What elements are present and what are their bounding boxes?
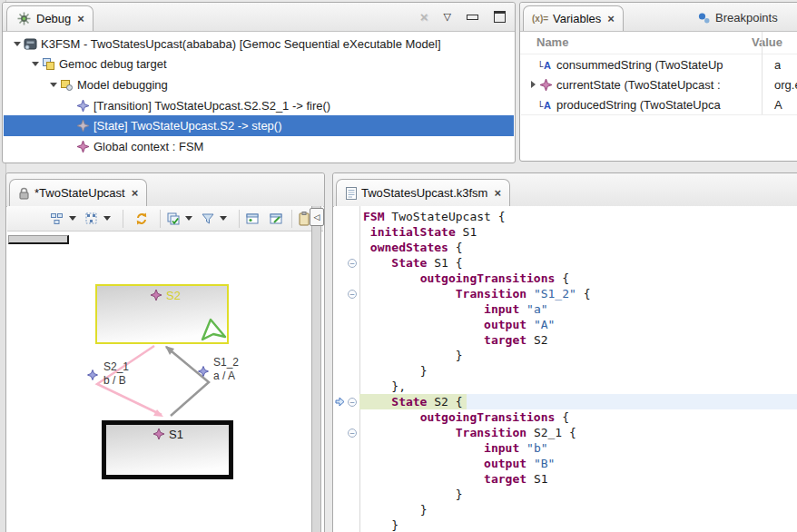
variable-row[interactable]: LAproducedString (TwoStateUpcaA [521,94,797,114]
tab-variables[interactable]: (x)= Variables × [523,5,624,31]
refresh-icon[interactable] [133,209,150,229]
annotation-ruler [334,379,345,394]
code-line: output "A" [334,317,797,332]
annotation-ruler [334,224,345,240]
code-text: input "a" [359,301,797,317]
debug-view-icon [15,9,32,29]
palette-collapse-button[interactable]: ◁ [310,208,324,226]
code-line: initialState S1 [334,224,797,240]
tab-debug[interactable]: Debug × [6,5,93,31]
layout-menu-icon[interactable] [69,216,76,221]
code-line: input "a" [334,301,797,317]
tab-breakpoints[interactable]: Breakpoints [689,5,786,30]
variables-column-header: Name Value [520,31,797,54]
code-text: Transition "S1_2" { [359,286,797,301]
transition-edge-s1-to-s2[interactable] [166,347,209,416]
variable-row[interactable]: LAconsummedString (TwoStateUpa [521,54,797,74]
annotation-ruler [334,348,345,363]
remove-all-terminated-icon[interactable]: × [420,9,428,25]
state-label-s2[interactable]: S2 [166,289,181,302]
diagram-canvas[interactable]: S2 S1 S2_1 b / B S1_2 a / A [7,232,314,532]
arrange-icon[interactable] [84,209,100,229]
fold-collapse-icon[interactable]: − [348,429,357,438]
filters-menu-icon[interactable] [220,216,227,221]
code-line: −State S1 { [334,255,797,271]
code-line: −State S2 { [334,394,797,409]
transition-event-s2-1[interactable]: b / B [103,374,126,387]
launch-config-icon [24,37,39,51]
debug-tree-row[interactable]: Model debugging [4,74,514,95]
fold-ruler: − [345,394,359,409]
column-value[interactable]: Value [745,35,782,49]
annotation-ruler [334,209,345,224]
annotation-ruler [334,332,345,348]
code-text: } [359,487,797,502]
debug-tree-row[interactable]: Global context : FSM [4,136,514,157]
fold-ruler [345,209,359,224]
debug-tree-row[interactable]: K3FSM - TwoStatesUpcast(abababa) [Gemoc … [4,34,514,54]
code-text: input "b" [359,440,797,456]
variables-tabbar: (x)= Variables × Breakpoints [520,3,797,32]
code-line: } [334,487,797,502]
variables-view: (x)= Variables × Breakpoints Name Value … [519,2,797,162]
close-icon[interactable]: × [132,186,139,200]
transition-name-s2-1[interactable]: S2_1 [103,360,129,373]
state-node-s1[interactable] [104,423,231,478]
svg-text:A: A [544,60,551,71]
transition-event-s1-2[interactable]: a / A [213,369,235,382]
code-text: initialState S1 [359,224,797,240]
tab-k3fsm-file[interactable]: TwoStatesUpcast.k3fsm × [336,179,510,206]
fold-ruler [345,379,359,394]
expander-expanded-icon[interactable] [29,62,42,66]
palette-strip[interactable] [311,206,321,532]
close-icon[interactable]: × [77,12,84,25]
debug-tree-row[interactable]: [Transition] TwoStateUpcast.S2.S2_1 -> f… [4,95,514,116]
debug-tree-row[interactable]: Gemoc debug target [4,54,514,75]
annotation-ruler [334,363,345,379]
code-line: −Transition S2_1 { [334,425,797,440]
code-text: target S2 [359,332,797,348]
variables-table: LAconsummedString (TwoStateUpacurrentSta… [521,54,797,115]
code-line: target S1 [334,471,797,487]
annotation-ruler [334,301,345,317]
maximize-icon[interactable] [494,11,506,23]
export-image-icon[interactable] [244,209,261,229]
variable-name: consummedString (TwoStateUp [555,58,723,72]
export-edit-icon[interactable] [268,209,284,229]
fold-collapse-icon[interactable]: − [348,290,357,299]
fold-collapse-icon[interactable]: − [348,259,357,268]
code-text: target S1 [359,471,797,487]
editor-tabbar: TwoStatesUpcast.k3fsm × [333,173,797,207]
fold-ruler: − [345,255,359,271]
expander-collapsed-icon[interactable] [526,81,539,88]
filters-icon[interactable] [200,209,216,229]
variable-row[interactable]: currentState (TwoStateUpcast :org.e [521,74,797,94]
editor-content[interactable]: FSM TwoStateUpcast {initialState S1owned… [334,206,797,532]
column-name[interactable]: Name [520,35,745,49]
view-menu-icon[interactable]: ▽ [444,11,451,23]
state-label-s1[interactable]: S1 [169,428,183,441]
diagram-tabbar: *TwoStateUpcast × [6,173,324,207]
minimize-icon[interactable] [467,15,478,20]
code-text: output "A" [359,317,797,332]
tab-diagram[interactable]: *TwoStateUpcast × [9,179,147,206]
transition-name-s1-2[interactable]: S1_2 [213,356,239,369]
debug-launch-tree: K3FSM - TwoStatesUpcast(abababa) [Gemoc … [4,34,514,162]
layers-menu-icon[interactable] [185,216,192,221]
variable-name: currentState (TwoStateUpcast : [555,78,721,92]
debug-tree-row[interactable]: [State] TwoStateUpcast.S2 -> step() [4,115,514,136]
annotation-ruler [334,240,345,255]
layout-icon[interactable] [49,209,65,229]
close-icon[interactable]: × [607,12,615,25]
close-icon[interactable]: × [494,186,501,200]
arrange-menu-icon[interactable] [103,216,111,221]
fold-collapse-icon[interactable]: − [348,398,357,407]
expander-expanded-icon[interactable] [11,42,24,46]
variable-value: org.e [768,78,797,92]
expander-expanded-icon[interactable] [47,83,60,87]
layers-icon[interactable] [165,209,182,229]
attribute-icon: LA [539,98,555,112]
debug-tree-label: [Transition] TwoStateUpcast.S2.S2_1 -> f… [92,99,330,113]
code-text: } [359,363,797,379]
code-line: ownedStates { [334,240,797,255]
